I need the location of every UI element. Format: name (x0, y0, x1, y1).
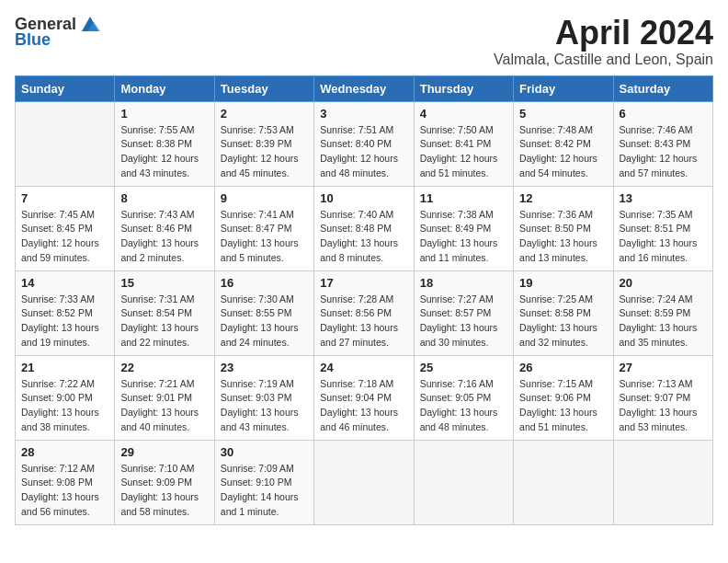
day-number: 21 (21, 361, 108, 374)
day-number: 16 (221, 276, 308, 290)
logo: General Blue (15, 15, 100, 50)
calendar-week-row: 21Sunrise: 7:22 AM Sunset: 9:00 PM Dayli… (16, 355, 713, 440)
calendar-cell: 6Sunrise: 7:46 AM Sunset: 8:43 PM Daylig… (613, 101, 712, 186)
day-number: 6 (620, 107, 707, 121)
calendar-week-row: 28Sunrise: 7:12 AM Sunset: 9:08 PM Dayli… (16, 440, 713, 524)
day-number: 8 (120, 191, 208, 205)
day-info: Sunrise: 7:35 AM Sunset: 8:51 PM Dayligh… (620, 208, 707, 266)
calendar-cell: 26Sunrise: 7:15 AM Sunset: 9:06 PM Dayli… (514, 355, 613, 440)
day-info: Sunrise: 7:40 AM Sunset: 8:48 PM Dayligh… (320, 208, 407, 266)
calendar-cell: 18Sunrise: 7:27 AM Sunset: 8:57 PM Dayli… (414, 270, 513, 355)
day-info: Sunrise: 7:53 AM Sunset: 8:39 PM Dayligh… (221, 123, 308, 181)
day-number: 7 (21, 191, 108, 205)
day-info: Sunrise: 7:55 AM Sunset: 8:38 PM Dayligh… (120, 123, 208, 181)
day-info: Sunrise: 7:16 AM Sunset: 9:05 PM Dayligh… (420, 377, 507, 435)
day-number: 3 (320, 107, 407, 121)
calendar-cell: 1Sunrise: 7:55 AM Sunset: 8:38 PM Daylig… (115, 101, 214, 186)
weekday-header-monday: Monday (115, 75, 214, 101)
calendar-cell: 21Sunrise: 7:22 AM Sunset: 9:00 PM Dayli… (16, 355, 115, 440)
calendar-cell: 27Sunrise: 7:13 AM Sunset: 9:07 PM Dayli… (613, 355, 712, 440)
day-info: Sunrise: 7:24 AM Sunset: 8:59 PM Dayligh… (620, 293, 707, 350)
day-number: 15 (120, 276, 208, 290)
day-number: 28 (21, 445, 108, 459)
weekday-row: SundayMondayTuesdayWednesdayThursdayFrid… (16, 75, 713, 101)
weekday-header-thursday: Thursday (414, 75, 513, 101)
day-number: 14 (21, 276, 108, 290)
day-info: Sunrise: 7:22 AM Sunset: 9:00 PM Dayligh… (21, 377, 108, 435)
title-block: April 2024 Valmala, Castille and Leon, S… (494, 15, 713, 68)
calendar-cell: 3Sunrise: 7:51 AM Sunset: 8:40 PM Daylig… (314, 101, 414, 186)
calendar-cell: 13Sunrise: 7:35 AM Sunset: 8:51 PM Dayli… (613, 186, 712, 270)
day-info: Sunrise: 7:31 AM Sunset: 8:54 PM Dayligh… (120, 293, 208, 350)
day-info: Sunrise: 7:46 AM Sunset: 8:43 PM Dayligh… (620, 123, 707, 181)
calendar-cell (613, 440, 712, 524)
day-info: Sunrise: 7:21 AM Sunset: 9:01 PM Dayligh… (120, 377, 208, 435)
calendar-cell: 5Sunrise: 7:48 AM Sunset: 8:42 PM Daylig… (514, 101, 613, 186)
day-number: 29 (120, 445, 208, 459)
calendar-cell: 15Sunrise: 7:31 AM Sunset: 8:54 PM Dayli… (115, 270, 214, 355)
calendar-cell (16, 101, 115, 186)
calendar-subtitle: Valmala, Castille and Leon, Spain (494, 52, 713, 68)
day-info: Sunrise: 7:10 AM Sunset: 9:09 PM Dayligh… (120, 462, 208, 520)
calendar-cell (514, 440, 613, 524)
day-info: Sunrise: 7:30 AM Sunset: 8:55 PM Dayligh… (221, 293, 308, 350)
calendar-cell: 24Sunrise: 7:18 AM Sunset: 9:04 PM Dayli… (314, 355, 414, 440)
calendar-cell (414, 440, 513, 524)
calendar-table: SundayMondayTuesdayWednesdayThursdayFrid… (15, 75, 713, 525)
day-number: 2 (221, 107, 308, 121)
day-number: 18 (420, 276, 507, 290)
weekday-header-wednesday: Wednesday (314, 75, 414, 101)
day-number: 24 (320, 361, 407, 374)
day-number: 11 (420, 191, 507, 205)
day-number: 9 (221, 191, 308, 205)
day-number: 1 (120, 107, 208, 121)
day-number: 5 (519, 107, 607, 121)
weekday-header-sunday: Sunday (16, 75, 115, 101)
calendar-cell: 17Sunrise: 7:28 AM Sunset: 8:56 PM Dayli… (314, 270, 414, 355)
calendar-cell: 23Sunrise: 7:19 AM Sunset: 9:03 PM Dayli… (214, 355, 313, 440)
calendar-cell: 11Sunrise: 7:38 AM Sunset: 8:49 PM Dayli… (414, 186, 513, 270)
day-info: Sunrise: 7:51 AM Sunset: 8:40 PM Dayligh… (320, 123, 407, 181)
day-number: 27 (620, 361, 707, 374)
calendar-cell: 8Sunrise: 7:43 AM Sunset: 8:46 PM Daylig… (115, 186, 214, 270)
calendar-title: April 2024 (494, 15, 713, 52)
logo-icon (80, 15, 100, 35)
day-info: Sunrise: 7:09 AM Sunset: 9:10 PM Dayligh… (221, 462, 308, 520)
calendar-cell: 12Sunrise: 7:36 AM Sunset: 8:50 PM Dayli… (514, 186, 613, 270)
day-number: 23 (221, 361, 308, 374)
day-number: 4 (420, 107, 507, 121)
day-info: Sunrise: 7:41 AM Sunset: 8:47 PM Dayligh… (221, 208, 308, 266)
day-info: Sunrise: 7:19 AM Sunset: 9:03 PM Dayligh… (221, 377, 308, 435)
calendar-cell (314, 440, 414, 524)
calendar-cell: 25Sunrise: 7:16 AM Sunset: 9:05 PM Dayli… (414, 355, 513, 440)
day-info: Sunrise: 7:50 AM Sunset: 8:41 PM Dayligh… (420, 123, 507, 181)
header: General Blue April 2024 Valmala, Castill… (15, 15, 713, 68)
day-info: Sunrise: 7:38 AM Sunset: 8:49 PM Dayligh… (420, 208, 507, 266)
calendar-cell: 9Sunrise: 7:41 AM Sunset: 8:47 PM Daylig… (214, 186, 313, 270)
weekday-header-saturday: Saturday (613, 75, 712, 101)
day-info: Sunrise: 7:36 AM Sunset: 8:50 PM Dayligh… (519, 208, 607, 266)
calendar-cell: 4Sunrise: 7:50 AM Sunset: 8:41 PM Daylig… (414, 101, 513, 186)
calendar-week-row: 1Sunrise: 7:55 AM Sunset: 8:38 PM Daylig… (16, 101, 713, 186)
weekday-header-friday: Friday (514, 75, 613, 101)
day-info: Sunrise: 7:15 AM Sunset: 9:06 PM Dayligh… (519, 377, 607, 435)
calendar-cell: 20Sunrise: 7:24 AM Sunset: 8:59 PM Dayli… (613, 270, 712, 355)
calendar-cell: 7Sunrise: 7:45 AM Sunset: 8:45 PM Daylig… (16, 186, 115, 270)
day-info: Sunrise: 7:13 AM Sunset: 9:07 PM Dayligh… (620, 377, 707, 435)
day-info: Sunrise: 7:43 AM Sunset: 8:46 PM Dayligh… (120, 208, 208, 266)
day-info: Sunrise: 7:28 AM Sunset: 8:56 PM Dayligh… (320, 293, 407, 350)
day-number: 26 (519, 361, 607, 374)
day-info: Sunrise: 7:45 AM Sunset: 8:45 PM Dayligh… (21, 208, 108, 266)
day-info: Sunrise: 7:33 AM Sunset: 8:52 PM Dayligh… (21, 293, 108, 350)
day-number: 17 (320, 276, 407, 290)
calendar-cell: 2Sunrise: 7:53 AM Sunset: 8:39 PM Daylig… (214, 101, 313, 186)
day-info: Sunrise: 7:18 AM Sunset: 9:04 PM Dayligh… (320, 377, 407, 435)
calendar-week-row: 7Sunrise: 7:45 AM Sunset: 8:45 PM Daylig… (16, 186, 713, 270)
weekday-header-tuesday: Tuesday (214, 75, 313, 101)
calendar-header: SundayMondayTuesdayWednesdayThursdayFrid… (16, 75, 713, 101)
calendar-cell: 30Sunrise: 7:09 AM Sunset: 9:10 PM Dayli… (214, 440, 313, 524)
day-number: 13 (620, 191, 707, 205)
day-number: 30 (221, 445, 308, 459)
day-number: 20 (620, 276, 707, 290)
calendar-cell: 14Sunrise: 7:33 AM Sunset: 8:52 PM Dayli… (16, 270, 115, 355)
